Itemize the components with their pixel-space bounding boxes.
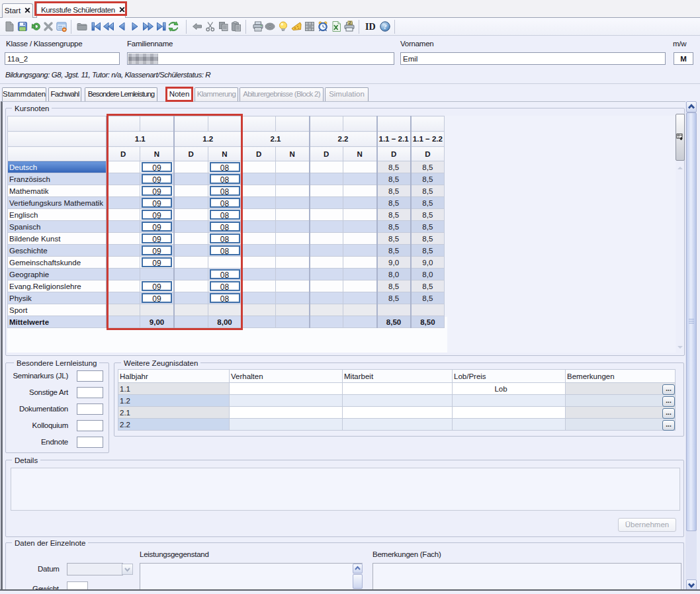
svg-text:?: ? — [383, 22, 387, 30]
